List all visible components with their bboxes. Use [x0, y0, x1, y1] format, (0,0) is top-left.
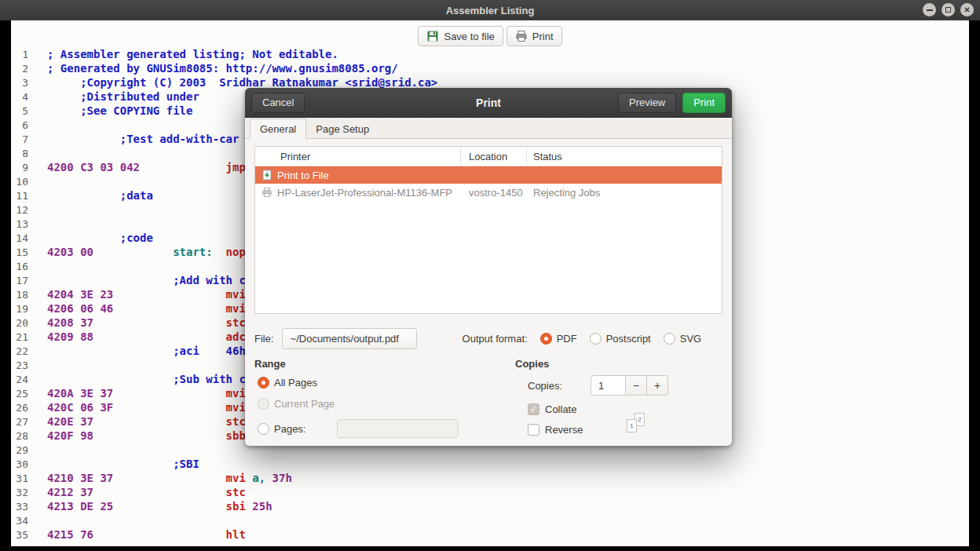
- radio-pages[interactable]: Pages:: [258, 419, 459, 438]
- print-confirm-button[interactable]: Print: [682, 93, 726, 113]
- line-number: 6: [11, 119, 28, 133]
- radio-postscript-label: Postscript: [606, 333, 651, 345]
- checkbox-icon: ✓: [528, 403, 539, 415]
- tab-general[interactable]: General: [250, 119, 306, 139]
- line-number: 21: [11, 330, 28, 345]
- printer-icon: [515, 30, 528, 42]
- radio-button-icon: [258, 423, 269, 435]
- dialog-tabbar: General Page Setup: [245, 118, 732, 139]
- line-number: 26: [11, 401, 28, 415]
- minimize-icon[interactable]: [923, 3, 936, 16]
- file-path-button[interactable]: ~/Documents/output.pdf: [282, 328, 417, 349]
- copies-input[interactable]: 1: [591, 375, 626, 396]
- line-number: 33: [11, 500, 28, 514]
- range-heading: Range: [254, 358, 286, 370]
- printer-name: HP-LaserJet-Professional-M1136-MFP: [277, 187, 452, 199]
- line-number: 3: [11, 76, 28, 90]
- printer-table: Printer Location Status Print to File HP…: [254, 146, 722, 314]
- output-format-group: Output format: PDF Postscript SVG: [463, 333, 702, 345]
- decrement-button[interactable]: −: [626, 375, 647, 396]
- radio-button-icon: [540, 333, 552, 345]
- dialog-header: Cancel Print Preview Print: [245, 88, 732, 118]
- line-number: 29: [11, 443, 28, 458]
- maximize-icon[interactable]: [942, 3, 955, 16]
- cancel-button[interactable]: Cancel: [251, 93, 305, 113]
- line-number: 5: [11, 104, 28, 119]
- print-to-file-icon: [261, 170, 272, 181]
- copies-row: Copies: 1 − +: [528, 375, 668, 396]
- collate-preview: 2 1: [627, 413, 649, 435]
- line-number: 19: [11, 302, 28, 316]
- line-number: 16: [11, 260, 28, 274]
- code-line: 324212 37 stc: [11, 485, 437, 499]
- radio-button-icon: [258, 377, 269, 389]
- radio-svg-label: SVG: [680, 333, 701, 345]
- collate-option: ✓ Collate: [528, 403, 576, 415]
- printer-name: Print to File: [277, 170, 329, 181]
- copies-spinbox: 1 − +: [591, 375, 668, 396]
- printer-status: Rejecting Jobs: [527, 187, 722, 199]
- printer-location: vostro-1450: [461, 187, 527, 199]
- reverse-label: Reverse: [545, 424, 583, 436]
- save-to-file-button[interactable]: Save to file: [418, 26, 503, 46]
- line-number: 18: [11, 288, 28, 302]
- line-number: 31: [11, 472, 28, 486]
- code-line: 314210 3E 37 mvi a, 37h: [11, 471, 437, 485]
- line-number: 17: [11, 274, 28, 288]
- line-number: 8: [11, 147, 28, 161]
- page-preview-1: 1: [627, 419, 637, 432]
- print-dialog: Cancel Print Preview Print General Page …: [245, 88, 732, 446]
- line-number: 23: [11, 359, 28, 373]
- line-number: 34: [11, 514, 28, 528]
- line-number: 32: [11, 486, 28, 500]
- range-options: All Pages Current Page Pages:: [258, 377, 459, 438]
- line-number: 9: [11, 161, 28, 175]
- line-number: 2: [11, 62, 28, 76]
- line-number: 20: [11, 316, 28, 330]
- increment-button[interactable]: +: [647, 375, 668, 396]
- tab-page-setup[interactable]: Page Setup: [306, 119, 378, 139]
- code-line: 354215 76 hlt: [11, 527, 437, 542]
- code-line: 30 ;SBI: [11, 457, 437, 471]
- save-to-file-label: Save to file: [444, 31, 494, 42]
- radio-postscript[interactable]: Postscript: [590, 333, 651, 345]
- code-line: 34: [11, 513, 437, 527]
- line-number: 30: [11, 458, 28, 472]
- line-number: 22: [11, 345, 28, 359]
- radio-pdf[interactable]: PDF: [540, 333, 577, 345]
- window-controls: ✕: [923, 3, 974, 16]
- radio-current-page: Current Page: [258, 398, 459, 410]
- titlebar: Assembler Listing ✕: [0, 0, 980, 20]
- close-icon[interactable]: ✕: [960, 3, 974, 16]
- line-number: 25: [11, 387, 28, 401]
- copies-label: Copies:: [528, 380, 591, 392]
- line-number: 35: [11, 528, 28, 542]
- line-number: 14: [11, 232, 28, 246]
- line-number: 24: [11, 373, 28, 387]
- save-icon: [426, 30, 439, 42]
- radio-button-icon: [590, 333, 602, 345]
- printer-table-header: Printer Location Status: [255, 147, 722, 166]
- radio-button-icon: [258, 398, 269, 410]
- column-header-status[interactable]: Status: [527, 147, 722, 166]
- print-button[interactable]: Print: [506, 26, 562, 46]
- reverse-option[interactable]: Reverse: [528, 424, 583, 436]
- radio-svg[interactable]: SVG: [664, 333, 701, 345]
- line-number: 27: [11, 415, 28, 429]
- desktop: { "window": { "title": "Assembler Listin…: [0, 0, 980, 551]
- radio-pdf-label: PDF: [557, 333, 577, 345]
- window-title: Assembler Listing: [446, 5, 535, 16]
- table-row-print-to-file[interactable]: Print to File: [255, 166, 722, 184]
- preview-button[interactable]: Preview: [618, 93, 676, 113]
- table-row-hp-laserjet[interactable]: HP-LaserJet-Professional-M1136-MFP vostr…: [255, 184, 722, 201]
- column-header-printer[interactable]: Printer: [255, 147, 461, 166]
- file-label: File:: [254, 333, 274, 345]
- radio-all-pages[interactable]: All Pages: [258, 377, 459, 389]
- line-number: 10: [11, 175, 28, 189]
- line-number: 4: [11, 90, 28, 104]
- file-row: File: ~/Documents/output.pdf Output form…: [254, 328, 722, 349]
- line-number: 1: [11, 48, 28, 62]
- column-header-location[interactable]: Location: [461, 147, 527, 166]
- line-number: 11: [11, 189, 28, 203]
- code-line: 334213 DE 25 sbi 25h: [11, 499, 437, 513]
